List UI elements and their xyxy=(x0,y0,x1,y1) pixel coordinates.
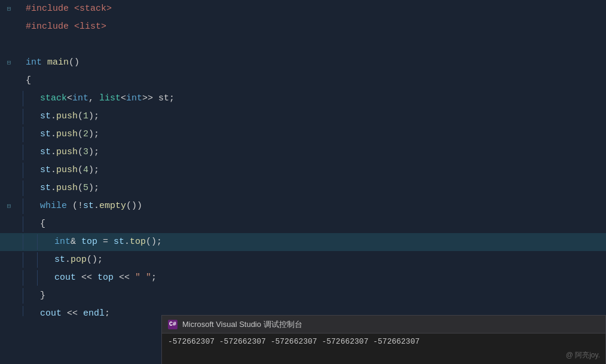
token: st xyxy=(54,255,65,265)
code-line: st.push(4); xyxy=(0,161,606,179)
token: cout xyxy=(40,308,62,316)
code-line: } xyxy=(0,287,606,305)
token: << xyxy=(62,308,83,316)
line-gutter: ⊟ xyxy=(0,6,18,13)
token: 4 xyxy=(83,165,88,175)
token: int xyxy=(72,93,88,103)
token: empty xyxy=(99,201,126,211)
indent-guide xyxy=(37,234,38,250)
indent-guides xyxy=(18,198,37,214)
indent-guides xyxy=(18,252,51,268)
indent-guide xyxy=(23,181,23,196)
token: (); xyxy=(146,237,162,247)
indent-guides xyxy=(18,109,37,124)
token: . xyxy=(65,255,71,265)
indent-guide xyxy=(23,163,23,178)
token: ()) xyxy=(126,201,142,211)
fold-marker[interactable]: ⊟ xyxy=(7,60,11,66)
token: << xyxy=(114,273,135,283)
line-content: stack<int, list<int>> st; xyxy=(37,90,606,108)
token: ( xyxy=(78,183,83,193)
token: push xyxy=(56,111,78,121)
code-line: ⊟int main() xyxy=(0,54,606,72)
code-line: st.push(2); xyxy=(0,126,606,143)
token: , xyxy=(88,93,99,103)
indent-guide xyxy=(23,270,23,286)
token: { xyxy=(26,75,31,85)
token: ); xyxy=(88,183,99,193)
token: st xyxy=(40,147,51,157)
token: ( xyxy=(78,111,83,121)
indent-guide xyxy=(23,198,23,214)
token: int xyxy=(26,57,42,68)
token: 3 xyxy=(83,147,88,157)
line-content: } xyxy=(37,287,606,305)
code-line: { xyxy=(0,215,606,233)
debug-vs-icon: C# xyxy=(168,320,177,329)
token: ); xyxy=(88,165,99,175)
token: st xyxy=(40,111,51,121)
line-content: { xyxy=(37,215,606,233)
token: endl xyxy=(83,308,105,316)
indent-guide xyxy=(37,270,38,286)
token: & xyxy=(71,237,81,247)
debug-console[interactable]: C# Microsoft Visual Studio 调试控制台 -572662… xyxy=(161,315,606,364)
token: ( xyxy=(78,147,83,157)
indent-guides xyxy=(18,181,37,196)
line-content: #include <list> xyxy=(23,18,606,36)
token: st xyxy=(40,183,51,193)
token: main xyxy=(47,57,69,68)
indent-guides xyxy=(18,216,37,232)
token: . xyxy=(51,183,56,193)
token: 5 xyxy=(83,183,88,193)
token: . xyxy=(94,201,99,211)
indent-guide xyxy=(23,234,23,250)
token: { xyxy=(40,219,45,229)
token: top xyxy=(81,237,97,247)
token: top xyxy=(97,273,114,283)
token: ( xyxy=(67,201,78,211)
token xyxy=(42,57,47,68)
code-area: ⊟#include <stack>#include <list>⊟int mai… xyxy=(0,0,606,316)
code-editor: ⊟#include <stack>#include <list>⊟int mai… xyxy=(0,0,606,364)
token: ! xyxy=(78,201,83,211)
code-line: cout << top << " "; xyxy=(0,269,606,287)
debug-console-title-text: Microsoft Visual Studio 调试控制台 xyxy=(182,319,302,330)
token: < xyxy=(121,93,126,103)
token: . xyxy=(124,237,130,247)
token: ); xyxy=(88,111,99,121)
code-line: st.push(5); xyxy=(0,179,606,197)
token: ; xyxy=(151,273,157,283)
token: ( xyxy=(78,165,83,175)
debug-console-titlebar: C# Microsoft Visual Studio 调试控制台 xyxy=(162,316,605,334)
token: () xyxy=(69,57,79,68)
token: >> st; xyxy=(142,93,175,103)
token: ); xyxy=(88,129,99,139)
indent-guides xyxy=(18,91,37,106)
line-content: st.push(3); xyxy=(37,143,606,161)
code-line: int& top = st.top(); xyxy=(0,233,606,251)
token: push xyxy=(56,165,78,175)
token: ); xyxy=(88,147,99,157)
token: #include <list> xyxy=(26,22,106,32)
code-line: { xyxy=(0,72,606,90)
indent-guide xyxy=(23,91,23,106)
line-content: st.push(4); xyxy=(37,161,606,179)
indent-guide xyxy=(23,216,23,232)
code-line xyxy=(0,36,606,54)
fold-marker[interactable]: ⊟ xyxy=(7,203,11,210)
token: << xyxy=(76,273,97,283)
token: . xyxy=(51,111,56,121)
token: top xyxy=(130,237,146,247)
indent-guide xyxy=(23,109,23,124)
token: 2 xyxy=(83,129,88,139)
code-line: st.push(3); xyxy=(0,143,606,161)
indent-guides xyxy=(18,163,37,178)
line-content: int& top = st.top(); xyxy=(51,233,606,251)
code-line: #include <list> xyxy=(0,18,606,36)
fold-marker[interactable]: ⊟ xyxy=(7,6,11,13)
token: (); xyxy=(87,255,103,265)
token: #include <stack> xyxy=(26,4,112,14)
token: push xyxy=(56,129,78,139)
token: stack xyxy=(40,93,67,103)
